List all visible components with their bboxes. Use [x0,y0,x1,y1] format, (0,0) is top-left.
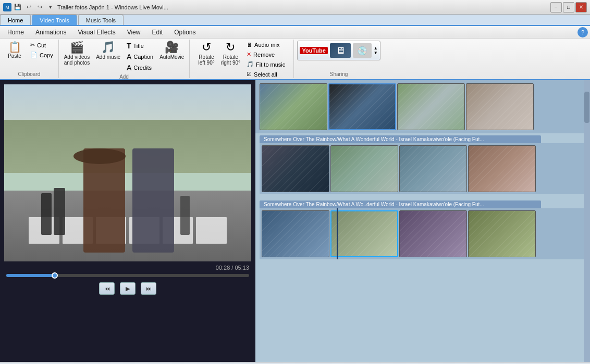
menu-bar: Home Animations Visual Effects View Edit… [0,26,590,39]
sharing-dropdown[interactable]: ▲ ▼ [374,46,378,55]
menu-home[interactable]: Home [2,28,29,37]
prev-button[interactable]: ⏮ [99,282,115,295]
close-btn[interactable]: ✕ [575,2,587,12]
cut-button[interactable]: ✂ Cut [28,41,55,49]
timeline-track-1: Somewhere Over The Rainbow/What A Wonder… [255,133,590,194]
window-controls[interactable]: − □ ✕ [550,2,587,12]
menu-options[interactable]: Options [169,28,201,37]
frame-thumb[interactable] [468,210,536,257]
playback-bar [4,274,251,277]
add-music-icon: 🎵 [101,42,115,53]
frame-thumb[interactable] [399,145,467,192]
title-button[interactable]: T Title [125,41,155,51]
audio-mix-icon: 🎚 [247,42,252,48]
track-label-2: Somewhere Over The Rainbow/What A Wo..de… [260,200,541,208]
next-button[interactable]: ⏭ [141,282,156,295]
remove-icon: ✕ [247,51,251,58]
timeline-scrollbar[interactable] [584,80,590,362]
menu-visual-effects[interactable]: Visual Effects [72,28,120,37]
progress-thumb[interactable] [52,272,58,279]
menu-view[interactable]: View [122,28,146,37]
timeline-panel: Somewhere Over The Rainbow/What A Wonder… [255,80,590,362]
title-bar: M 💾 ↩ ↪ ▾ Trailer fotos Japón 1 - Window… [0,0,590,15]
clipboard-label: Clipboard [18,71,40,77]
quick-access-toolbar[interactable]: M 💾 ↩ ↪ ▾ [3,3,55,12]
caption-icon: A [127,53,131,61]
add-label: Add [119,74,129,80]
time-display: 00:28 / 05:13 [4,265,251,271]
tab-home[interactable]: Home [0,15,31,25]
scrollbar-thumb[interactable] [584,92,589,123]
frame-thumb[interactable] [330,210,398,257]
automovie-icon: 🎥 [165,42,179,53]
ribbon-clipboard: 📋 Paste ✂ Cut 📄 Copy Clipboard [0,40,59,78]
playhead-cursor [337,208,338,259]
rotate-right-button[interactable]: ↻ Rotate right 90° [219,41,242,67]
automovie-button[interactable]: 🎥 AutoMovie [157,41,186,61]
remove-button[interactable]: ✕ Remove [244,50,287,59]
credits-button[interactable]: A Credits [125,62,155,73]
menu-edit[interactable]: Edit [146,28,168,37]
cut-icon: ✂ [30,42,35,48]
playback-controls: ⏮ ▶ ⏭ [4,280,251,297]
track-frames-2 [260,208,586,259]
credits-icon: A [127,64,131,72]
tab-bar: Home Video Tools Music Tools [0,15,590,26]
frame-thumb[interactable] [262,145,329,192]
rotate-left-icon: ↺ [202,42,211,53]
maximize-btn[interactable]: □ [563,2,574,12]
sharing-main-button[interactable]: YouTube 🖥 💿 ▲ ▼ [297,41,380,60]
frame-thumb[interactable] [262,210,329,257]
monitor-icon: 🖥 [330,43,351,58]
dvd-icon: 💿 [353,43,372,58]
sharing-label: Sharing [330,71,348,77]
youtube-label: YouTube [300,47,327,54]
frame-thumb[interactable] [260,83,327,130]
add-videos-icon: 🎬 [70,42,84,53]
timeline-track-2: Somewhere Over The Rainbow/What A Wo..de… [255,198,590,259]
progress-track[interactable] [6,274,249,277]
copy-button[interactable]: 📄 Copy [28,51,55,59]
select-all-icon: ☑ [247,71,252,78]
preview-panel: 00:28 / 05:13 ⏮ ▶ ⏭ [0,80,255,362]
top-thumbnail-row [255,80,590,133]
redo-btn[interactable]: ↪ [35,3,44,12]
add-music-button[interactable]: 🎵 Add music [94,41,122,61]
ribbon-editing: ↺ Rotate left 90° ↻ Rotate right 90° 🎚 A… [190,40,294,78]
ribbon-sharing: YouTube 🖥 💿 ▲ ▼ Sharing [294,40,383,78]
fit-music-icon: 🎵 [247,61,254,68]
save-btn[interactable]: 💾 [13,3,22,12]
play-button[interactable]: ▶ [120,282,136,295]
menu-animations[interactable]: Animations [30,28,71,37]
main-content: 00:28 / 05:13 ⏮ ▶ ⏭ Somewhere Over The R… [0,80,590,362]
undo-btn[interactable]: ↩ [24,3,33,12]
add-videos-button[interactable]: 🎬 Add videos and photos [62,41,92,67]
audio-mix-button[interactable]: 🎚 Audio mix [244,41,287,49]
title-icon: T [127,42,131,50]
fit-to-music-button[interactable]: 🎵 Fit to music [244,60,287,69]
frame-thumb[interactable] [330,145,398,192]
frame-thumb[interactable] [466,83,534,130]
rotate-left-button[interactable]: ↺ Rotate left 90° [196,41,216,67]
ribbon-add: 🎬 Add videos and photos 🎵 Add music T Ti… [59,40,190,78]
frame-thumb[interactable] [397,83,465,130]
paste-icon: 📋 [8,42,21,52]
frame-thumb[interactable] [328,83,396,130]
paste-button[interactable]: 📋 Paste [3,41,26,60]
progress-fill [6,274,55,277]
dropdown-btn[interactable]: ▾ [46,3,55,12]
help-icon[interactable]: ? [577,27,588,37]
ribbon: 📋 Paste ✂ Cut 📄 Copy Clipboard 🎬 Add vid… [0,39,590,80]
frame-thumb[interactable] [468,145,536,192]
caption-button[interactable]: A Caption [125,52,155,62]
tab-music-tools[interactable]: Music Tools [78,15,124,25]
tab-video-tools[interactable]: Video Tools [32,15,77,25]
frame-thumb[interactable] [399,210,467,257]
minimize-btn[interactable]: − [550,2,562,12]
select-all-button[interactable]: ☑ Select all [244,70,287,79]
preview-video [4,84,251,261]
window-title: Trailer fotos Japón 1 - Windows Live Mov… [57,4,168,10]
status-bar: Item 14 of 156 ⊞ − + [0,362,590,364]
track-label-1: Somewhere Over The Rainbow/What A Wonder… [260,135,541,143]
copy-icon: 📄 [30,52,38,58]
